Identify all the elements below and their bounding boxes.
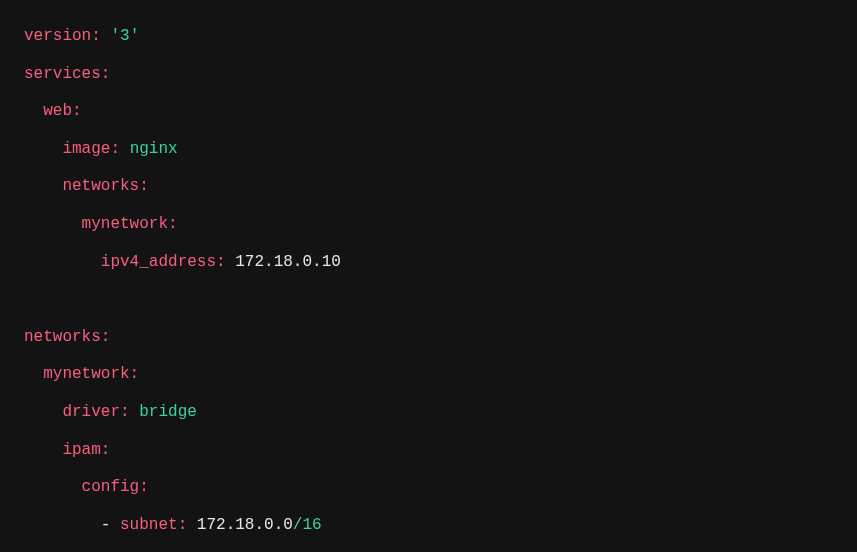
- yaml-number: 172.18.0.10: [235, 253, 341, 271]
- code-line: web:: [24, 93, 833, 131]
- yaml-number: 172.18.0.0: [197, 516, 293, 534]
- yaml-key: version:: [24, 27, 101, 45]
- yaml-key: config:: [82, 478, 149, 496]
- yaml-key: ipv4_address:: [101, 253, 226, 271]
- code-line: mynetwork:: [24, 356, 833, 394]
- yaml-key: mynetwork:: [82, 215, 178, 233]
- yaml-key: image:: [62, 140, 120, 158]
- yaml-string: nginx: [130, 140, 178, 158]
- code-line: networks:: [24, 319, 833, 357]
- code-line: version: '3': [24, 18, 833, 56]
- code-line: - subnet: 172.18.0.0/16: [24, 507, 833, 545]
- code-line: mynetwork:: [24, 206, 833, 244]
- yaml-string: bridge: [139, 403, 197, 421]
- code-line: ipam:: [24, 432, 833, 470]
- code-line: image: nginx: [24, 131, 833, 169]
- yaml-key: networks:: [62, 177, 148, 195]
- yaml-key: networks:: [24, 328, 110, 346]
- yaml-key: web:: [43, 102, 81, 120]
- yaml-key: mynetwork:: [43, 365, 139, 383]
- code-line: config:: [24, 469, 833, 507]
- blank-line: [24, 281, 833, 319]
- yaml-value-suffix: /16: [293, 516, 322, 534]
- code-line: ipv4_address: 172.18.0.10: [24, 244, 833, 282]
- code-line: networks:: [24, 168, 833, 206]
- yaml-key: subnet:: [120, 516, 187, 534]
- yaml-string: '3': [110, 27, 139, 45]
- yaml-key: ipam:: [62, 441, 110, 459]
- code-block: version: '3' services: web: image: nginx…: [24, 18, 833, 544]
- code-line: driver: bridge: [24, 394, 833, 432]
- yaml-key: driver:: [62, 403, 129, 421]
- code-line: services:: [24, 56, 833, 94]
- yaml-key: services:: [24, 65, 110, 83]
- yaml-dash: -: [101, 516, 120, 534]
